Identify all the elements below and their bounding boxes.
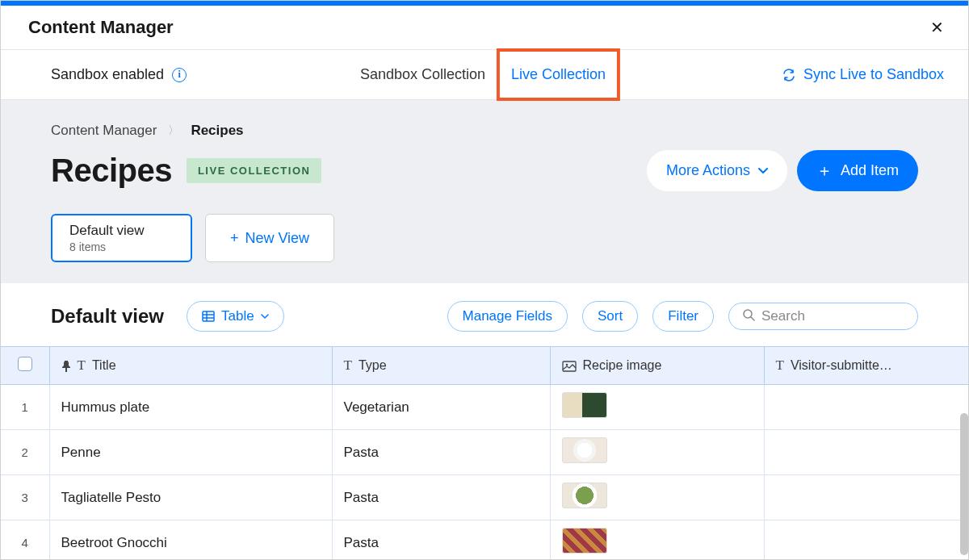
table-row[interactable]: 2 Penne Pasta <box>1 430 968 475</box>
breadcrumb: Content Manager 〉 Recipes <box>51 123 918 139</box>
chevron-down-icon <box>758 165 768 177</box>
info-icon[interactable]: i <box>172 68 187 82</box>
more-actions-button[interactable]: More Actions <box>647 150 787 191</box>
checkbox-icon[interactable] <box>18 357 32 371</box>
table-row[interactable]: 3 Tagliatelle Pesto Pasta <box>1 475 968 520</box>
sandbox-status-label: Sandbox enabled <box>51 66 164 83</box>
view-chip-count: 8 items <box>69 240 174 253</box>
data-table: T Title T Type <box>1 346 968 560</box>
row-number: 3 <box>1 475 49 520</box>
collection-tabs: Sandbox Collection Live Collection <box>349 48 620 101</box>
view-type-label: Table <box>221 308 254 324</box>
cell-visitor[interactable] <box>764 520 968 561</box>
add-item-label: Add Item <box>841 162 899 179</box>
text-type-icon: T <box>776 357 784 374</box>
cell-visitor[interactable] <box>764 430 968 475</box>
breadcrumb-current: Recipes <box>191 123 243 139</box>
collection-mode-bar: Sandbox enabled i Sandbox Collection Liv… <box>1 50 968 100</box>
cell-type[interactable]: Pasta <box>332 520 550 561</box>
search-icon <box>742 308 755 324</box>
pin-icon <box>61 358 71 373</box>
row-number: 1 <box>1 385 49 430</box>
title-actions: More Actions ＋ Add Item <box>647 150 918 191</box>
scrollbar-vertical[interactable] <box>960 413 968 555</box>
add-item-button[interactable]: ＋ Add Item <box>797 150 918 191</box>
column-type-label: Type <box>359 358 387 373</box>
page-title: Recipes <box>51 153 172 189</box>
column-title-label: Title <box>92 358 116 373</box>
cell-title[interactable]: Penne <box>49 430 332 475</box>
header-bar: Content Manager ✕ <box>1 6 968 50</box>
column-visitor-label: Visitor-submitte… <box>791 358 892 373</box>
cell-image[interactable] <box>550 520 764 561</box>
table-toolbar: Default view Table Manage Fields Sort Fi… <box>1 283 968 346</box>
cell-image[interactable] <box>550 475 764 520</box>
view-type-selector[interactable]: Table <box>187 301 284 332</box>
table-row[interactable]: 1 Hummus plate Vegetarian <box>1 385 968 430</box>
cell-type[interactable]: Vegetarian <box>332 385 550 430</box>
cell-title[interactable]: Beetroot Gnocchi <box>49 520 332 561</box>
filter-button[interactable]: Filter <box>652 301 714 332</box>
recipe-thumbnail <box>562 483 607 508</box>
svg-point-7 <box>565 363 568 366</box>
image-type-icon <box>562 358 577 373</box>
column-image[interactable]: Recipe image <box>550 347 764 385</box>
sync-live-to-sandbox-link[interactable]: Sync Live to Sandbox <box>782 66 944 83</box>
recipe-thumbnail <box>562 437 607 463</box>
cell-title[interactable]: Hummus plate <box>49 385 332 430</box>
cell-visitor[interactable] <box>764 385 968 430</box>
manage-fields-button[interactable]: Manage Fields <box>447 301 568 332</box>
tab-live-highlight: Live Collection <box>497 48 620 101</box>
table-icon <box>202 311 215 322</box>
tab-sandbox-collection[interactable]: Sandbox Collection <box>349 52 497 98</box>
sandbox-status: Sandbox enabled i <box>51 66 187 83</box>
more-actions-label: More Actions <box>666 162 750 179</box>
cell-type[interactable]: Pasta <box>332 430 550 475</box>
current-view-title: Default view <box>51 305 164 328</box>
text-type-icon: T <box>344 357 352 374</box>
cell-image[interactable] <box>550 385 764 430</box>
select-all-header[interactable] <box>1 347 49 385</box>
view-chip-default[interactable]: Default view 8 items <box>51 214 192 262</box>
app-title: Content Manager <box>28 17 174 38</box>
search-field-wrap[interactable] <box>728 303 918 330</box>
new-view-button[interactable]: + New View <box>205 214 334 262</box>
page-header-region: Content Manager 〉 Recipes Recipes LIVE C… <box>1 100 968 283</box>
table-row[interactable]: 4 Beetroot Gnocchi Pasta <box>1 520 968 561</box>
new-view-label: New View <box>245 230 309 247</box>
view-chips: Default view 8 items + New View <box>51 214 918 262</box>
cell-title[interactable]: Tagliatelle Pesto <box>49 475 332 520</box>
plus-icon: + <box>230 230 239 247</box>
svg-line-5 <box>751 317 754 320</box>
text-type-icon: T <box>78 357 86 374</box>
cell-visitor[interactable] <box>764 475 968 520</box>
svg-rect-0 <box>203 311 214 321</box>
column-image-label: Recipe image <box>583 358 662 373</box>
sync-label: Sync Live to Sandbox <box>803 66 944 83</box>
chevron-down-icon <box>261 311 269 322</box>
close-icon[interactable]: ✕ <box>930 18 944 37</box>
column-type[interactable]: T Type <box>332 347 550 385</box>
breadcrumb-root[interactable]: Content Manager <box>51 123 157 139</box>
chevron-right-icon: 〉 <box>168 123 179 138</box>
live-collection-badge: LIVE COLLECTION <box>187 158 322 183</box>
recipe-thumbnail <box>562 528 607 554</box>
view-chip-title: Default view <box>69 223 174 239</box>
row-number: 2 <box>1 430 49 475</box>
sort-button[interactable]: Sort <box>582 301 638 332</box>
search-input[interactable] <box>761 308 933 324</box>
tab-live-collection[interactable]: Live Collection <box>500 52 617 98</box>
title-row: Recipes LIVE COLLECTION More Actions ＋ A… <box>51 150 918 191</box>
row-number: 4 <box>1 520 49 561</box>
column-visitor[interactable]: T Visitor-submitte… <box>764 347 968 385</box>
column-title[interactable]: T Title <box>49 347 332 385</box>
recipe-thumbnail <box>562 392 607 418</box>
plus-icon: ＋ <box>816 160 833 182</box>
sync-icon <box>782 69 795 81</box>
cell-type[interactable]: Pasta <box>332 475 550 520</box>
cell-image[interactable] <box>550 430 764 475</box>
